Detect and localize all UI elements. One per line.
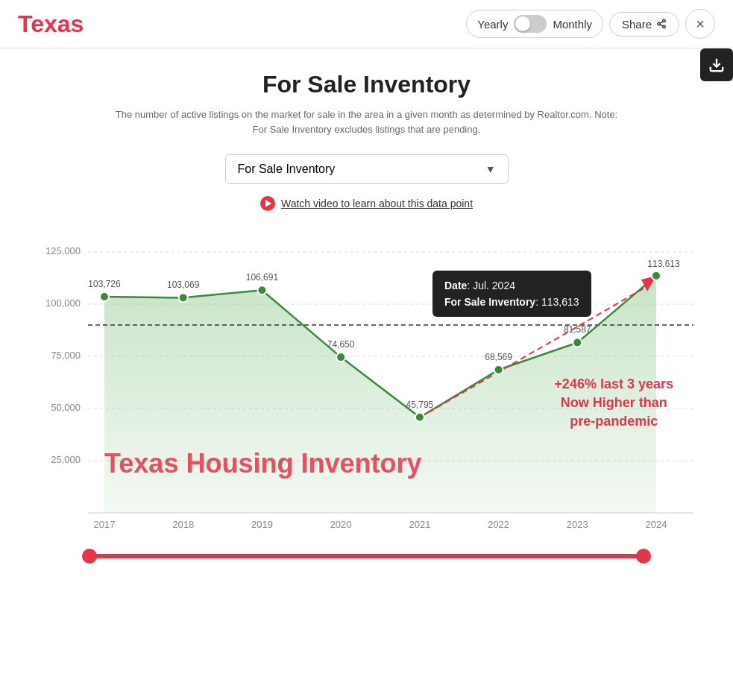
share-label: Share [622, 18, 652, 31]
svg-text:25,000: 25,000 [51, 454, 81, 465]
chart-container: Date: Jul. 2024 For Sale Inventory: 113,… [45, 226, 688, 539]
label-2020: 74,650 [327, 339, 355, 350]
svg-text:125,000: 125,000 [45, 245, 81, 256]
play-icon [260, 196, 275, 211]
download-icon [708, 57, 725, 73]
tooltip-inventory: For Sale Inventory: 113,613 [444, 296, 579, 308]
label-2022: 68,569 [485, 352, 512, 362]
svg-point-2 [663, 25, 666, 28]
label-2021: 45,795 [406, 400, 434, 410]
svg-line-3 [660, 25, 663, 26]
x-label-2020: 2020 [330, 519, 352, 530]
tooltip-date: Date: Jul. 2024 [444, 280, 579, 291]
slider-track [89, 554, 644, 558]
dropdown-wrapper: For Sale Inventory ▼ [45, 154, 688, 184]
data-point-2019 [257, 286, 266, 294]
svg-line-4 [660, 22, 663, 23]
header: Texas Yearly Monthly Share × [0, 0, 733, 48]
dropdown-label: For Sale Inventory [238, 163, 336, 176]
chart-tooltip: Date: Jul. 2024 For Sale Inventory: 113,… [432, 271, 591, 317]
toggle-knob [515, 16, 530, 31]
slider-thumb-left[interactable] [82, 549, 97, 564]
svg-text:75,000: 75,000 [51, 350, 81, 361]
toggle-switch[interactable] [514, 15, 547, 33]
header-controls: Yearly Monthly Share × [466, 9, 715, 39]
label-2017: 103,726 [88, 279, 121, 289]
x-label-2024: 2024 [646, 519, 667, 530]
data-point-2017 [100, 292, 109, 301]
label-2019: 106,691 [246, 272, 279, 283]
share-button[interactable]: Share [609, 12, 679, 37]
chart-description: The number of active listings on the mar… [113, 107, 620, 136]
x-label-2021: 2021 [409, 519, 430, 530]
svg-point-0 [663, 19, 666, 22]
share-icon [656, 19, 667, 29]
data-point-2018 [179, 293, 188, 302]
download-button[interactable] [700, 48, 733, 81]
chevron-down-icon: ▼ [485, 163, 496, 175]
data-point-2022 [494, 365, 503, 374]
yearly-label: Yearly [477, 18, 508, 31]
monthly-label: Monthly [553, 18, 592, 31]
slider-thumb-right[interactable] [636, 549, 651, 564]
x-label-2018: 2018 [172, 519, 194, 530]
chart-title: For Sale Inventory [45, 71, 688, 98]
data-point-2021 [415, 413, 424, 422]
video-link-wrapper: Watch video to learn about this data poi… [45, 196, 688, 211]
close-button[interactable]: × [685, 9, 715, 39]
svg-text:50,000: 50,000 [51, 402, 81, 413]
svg-text:100,000: 100,000 [45, 297, 81, 309]
close-icon: × [696, 16, 705, 33]
metric-dropdown[interactable]: For Sale Inventory ▼ [225, 154, 509, 184]
main-content: For Sale Inventory The number of active … [0, 48, 733, 581]
data-point-2020 [336, 353, 345, 362]
label-2018: 103,069 [167, 280, 200, 290]
view-toggle[interactable]: Yearly Monthly [466, 10, 603, 38]
chart-svg: 125,000 100,000 75,000 50,000 25,000 [45, 226, 716, 539]
svg-point-1 [658, 22, 661, 25]
data-point-2023 [573, 338, 582, 347]
x-label-2017: 2017 [94, 519, 116, 530]
label-2023: 81,587 [564, 324, 591, 335]
slider-fill [89, 554, 644, 558]
label-2024: 113,613 [647, 259, 680, 269]
x-label-2019: 2019 [251, 519, 273, 530]
video-link[interactable]: Watch video to learn about this data poi… [281, 198, 473, 209]
data-point-2024 [652, 271, 661, 280]
page-title: Texas [18, 10, 84, 38]
x-label-2023: 2023 [567, 519, 588, 530]
range-slider[interactable] [45, 546, 688, 566]
x-label-2022: 2022 [488, 519, 509, 530]
